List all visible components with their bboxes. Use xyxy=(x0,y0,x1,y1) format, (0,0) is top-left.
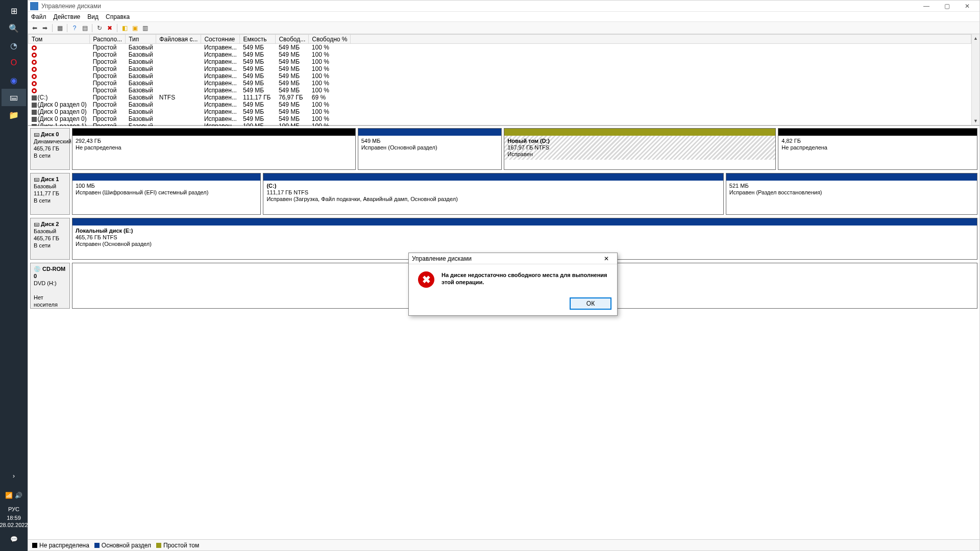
folder-icon: 📁 xyxy=(9,110,19,120)
cell: Исправен... xyxy=(201,94,240,101)
cell: Простой xyxy=(90,80,126,87)
partition[interactable]: 549 МБИсправен (Основной раздел) xyxy=(358,128,502,170)
cell: (Диск 0 раздел 0) xyxy=(29,108,90,115)
cell: Базовый xyxy=(126,101,156,108)
cell: 100 % xyxy=(309,87,351,94)
dialog-message: На диске недостаточно свободного места д… xyxy=(442,271,608,286)
cdrom-icon: 💿 xyxy=(34,266,41,272)
disk-icon: 🖴 xyxy=(34,131,39,137)
column-header[interactable]: Файловая с... xyxy=(156,35,201,44)
start-button[interactable]: ⊞ xyxy=(2,2,26,19)
column-header[interactable]: Свободно % xyxy=(309,35,351,44)
disk-label[interactable]: 🖴 Диск 1Базовый111,77 ГБВ сети xyxy=(30,173,70,215)
cell: Исправен... xyxy=(201,87,240,94)
delete-button[interactable]: ✖ xyxy=(105,23,114,33)
scroll-up-icon[interactable]: ▲ xyxy=(972,34,979,42)
disk-label[interactable]: 💿 CD-ROM 0DVD (H:)Нет носителя xyxy=(30,263,70,309)
partition[interactable]: Новый том (D:)167,97 ГБ NTFSИсправен xyxy=(504,128,776,170)
table-row[interactable]: (Диск 0 раздел 0)ПростойБазовыйИсправен.… xyxy=(29,101,971,108)
back-button[interactable]: ⬅ xyxy=(30,23,39,33)
scrollbar[interactable]: ▲ ▼ xyxy=(971,34,979,125)
search-button[interactable]: 🔍 xyxy=(2,19,26,37)
column-header[interactable]: Тип xyxy=(126,35,156,44)
table-row[interactable]: (C:)ПростойБазовыйNTFSИсправен...111,17 … xyxy=(29,94,971,101)
menu-action[interactable]: Действие xyxy=(54,13,81,20)
partition[interactable]: 292,43 ГБНе распределена xyxy=(72,128,356,170)
cell: Простой xyxy=(90,72,126,80)
toolbar-button[interactable]: ▤ xyxy=(80,23,89,33)
taskbar-app[interactable]: ◉ xyxy=(2,71,26,89)
table-row[interactable]: ПростойБазовыйИсправен...549 МБ549 МБ100… xyxy=(29,87,971,94)
legend-simple-icon xyxy=(156,543,161,548)
cell: (C:) xyxy=(29,94,90,101)
scroll-down-icon[interactable]: ▼ xyxy=(972,117,979,125)
table-row[interactable]: ПростойБазовыйИсправен...549 МБ549 МБ100… xyxy=(29,51,971,58)
column-header[interactable]: Емкость xyxy=(240,35,276,44)
taskbar-network[interactable]: 📶 🔊 xyxy=(2,487,26,504)
refresh-button[interactable]: ↻ xyxy=(95,23,104,33)
table-row[interactable]: ПростойБазовыйИсправен...549 МБ549 МБ100… xyxy=(29,44,971,52)
table-row[interactable]: ПростойБазовыйИсправен...549 МБ549 МБ100… xyxy=(29,65,971,72)
close-button[interactable]: ✕ xyxy=(957,1,977,12)
partition[interactable]: 4,82 ГБНе распределена xyxy=(778,128,977,170)
dialog-close-button[interactable]: ✕ xyxy=(599,253,614,264)
taskbar-clock[interactable]: 18:59 28.02.2022 xyxy=(0,514,28,529)
taskbar-explorer[interactable]: 📁 xyxy=(2,106,26,123)
disk-label[interactable]: 🖴 Диск 0Динамический465,76 ГБВ сети xyxy=(30,128,70,170)
cell xyxy=(29,51,90,58)
volume-table[interactable]: ТомРасполо...ТипФайловая с...СостояниеЕм… xyxy=(28,34,971,137)
column-header[interactable]: Том xyxy=(29,35,90,44)
warn-icon xyxy=(32,88,37,93)
menu-help[interactable]: Справка xyxy=(106,13,130,20)
taskbar-notifications[interactable]: 💬 xyxy=(2,531,26,548)
warn-icon xyxy=(32,53,37,58)
partition[interactable]: 100 МБИсправен (Шифрованный (EFI) систем… xyxy=(72,173,261,215)
cell: 549 МБ xyxy=(276,65,309,72)
cell: 111,17 ГБ xyxy=(240,94,276,101)
window-title: Управление дисками xyxy=(41,3,101,10)
disk-label[interactable]: 🖴 Диск 2Базовый465,76 ГБВ сети xyxy=(30,218,70,260)
table-row[interactable]: (Диск 0 раздел 0)ПростойБазовыйИсправен.… xyxy=(29,108,971,115)
taskbar-disk-mgmt[interactable]: 🖴 xyxy=(2,89,26,106)
partition[interactable]: 521 МБИсправен (Раздел восстановления) xyxy=(726,173,977,215)
warn-icon xyxy=(32,60,37,65)
table-row[interactable]: ПростойБазовыйИсправен...549 МБ549 МБ100… xyxy=(29,58,971,65)
ok-button[interactable]: ОК xyxy=(570,298,611,309)
disk-row: 🖴 Диск 1Базовый111,77 ГБВ сети100 МБИспр… xyxy=(30,173,977,215)
column-header[interactable]: Свобод... xyxy=(276,35,309,44)
table-row[interactable]: ПростойБазовыйИсправен...549 МБ549 МБ100… xyxy=(29,80,971,87)
table-row[interactable]: (Диск 0 раздел 0)ПростойБазовыйИсправен.… xyxy=(29,115,971,122)
partition-stripe xyxy=(263,173,723,181)
volume-list: ТомРасполо...ТипФайловая с...СостояниеЕм… xyxy=(28,34,979,126)
menu-file[interactable]: Файл xyxy=(31,13,46,20)
taskbar-app[interactable]: ◔ xyxy=(2,37,26,54)
cell: Простой xyxy=(90,58,126,65)
cell: Простой xyxy=(90,108,126,115)
partition[interactable]: (C:)111,17 ГБ NTFSИсправен (Загрузка, Фа… xyxy=(263,173,723,215)
cell: Базовый xyxy=(126,44,156,52)
legend-primary-icon xyxy=(94,543,100,548)
disk-row: 🖴 Диск 0Динамический465,76 ГБВ сети292,4… xyxy=(30,128,977,170)
cell: Базовый xyxy=(126,65,156,72)
taskbar-arrow[interactable]: › xyxy=(2,467,26,485)
column-header[interactable]: Состояние xyxy=(201,35,240,44)
cell: 549 МБ xyxy=(240,58,276,65)
toolbar-button[interactable]: ▥ xyxy=(140,23,150,33)
column-header[interactable]: Располо... xyxy=(90,35,126,44)
help-button[interactable]: ? xyxy=(70,23,79,33)
forward-button[interactable]: ➡ xyxy=(40,23,50,33)
taskbar-language[interactable]: РУС xyxy=(8,506,19,512)
menu-view[interactable]: Вид xyxy=(87,13,99,20)
cell: Простой xyxy=(90,101,126,108)
cell: 100 % xyxy=(309,44,351,52)
toolbar-button[interactable]: ◧ xyxy=(120,23,129,33)
cell: Базовый xyxy=(126,108,156,115)
maximize-button[interactable]: ▢ xyxy=(937,1,957,12)
table-row[interactable]: ПростойБазовыйИсправен...549 МБ549 МБ100… xyxy=(29,72,971,80)
toolbar-button[interactable]: ▣ xyxy=(130,23,139,33)
cell: 549 МБ xyxy=(240,108,276,115)
toolbar-button[interactable]: ▦ xyxy=(55,23,64,33)
taskbar-app[interactable]: O xyxy=(2,54,26,71)
cell: 549 МБ xyxy=(276,51,309,58)
minimize-button[interactable]: — xyxy=(916,1,937,12)
